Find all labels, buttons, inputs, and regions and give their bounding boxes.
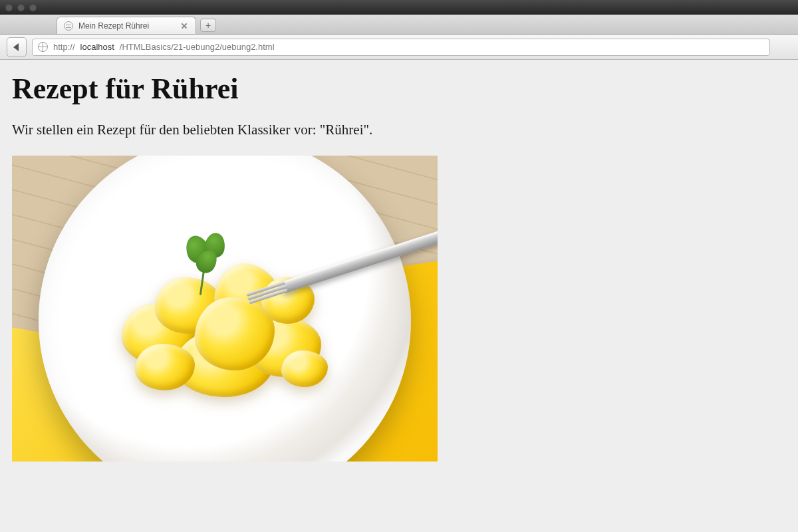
tab-title: Mein Rezept Rührei — [78, 21, 149, 31]
address-bar[interactable]: http://localhost/HTMLBasics/21-uebung2/u… — [32, 39, 770, 56]
plus-icon: + — [205, 21, 211, 30]
recipe-image — [12, 156, 438, 462]
window-close-button[interactable] — [5, 4, 13, 11]
browser-tab-active[interactable]: Mein Rezept Rührei — [57, 17, 196, 34]
window-titlebar — [0, 0, 798, 15]
page-heading: Rezept für Rührei — [12, 72, 786, 106]
new-tab-button[interactable]: + — [200, 19, 216, 32]
browser-toolbar: http://localhost/HTMLBasics/21-uebung2/u… — [0, 35, 798, 60]
url-host: localhost — [80, 42, 114, 52]
url-path: /HTMLBasics/21-uebung2/uebung2.html — [120, 42, 275, 52]
browser-tab-strip: Mein Rezept Rührei + — [0, 15, 798, 35]
url-scheme: http:// — [53, 42, 75, 52]
close-icon[interactable] — [180, 21, 189, 31]
window-minimize-button[interactable] — [17, 4, 25, 11]
arrow-left-icon — [13, 43, 19, 51]
back-button[interactable] — [7, 37, 27, 57]
page-viewport: Rezept für Rührei Wir stellen ein Rezept… — [0, 60, 798, 532]
globe-icon — [64, 21, 73, 31]
window-maximize-button[interactable] — [29, 4, 37, 11]
page-intro-paragraph: Wir stellen ein Rezept für den beliebten… — [12, 122, 786, 138]
globe-icon — [38, 42, 48, 52]
